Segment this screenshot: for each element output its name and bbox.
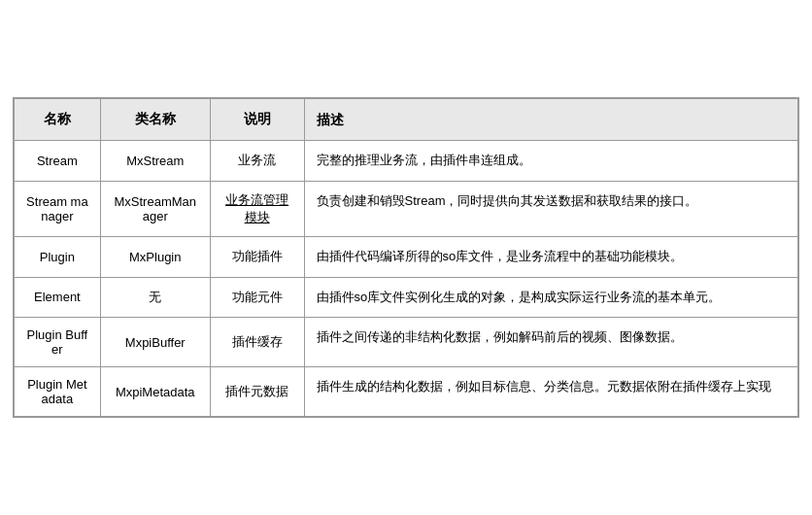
cell-detail: 由插件so库文件实例化生成的对象，是构成实际运行业务流的基本单元。 — [304, 277, 797, 318]
cell-detail: 由插件代码编译所得的so库文件，是业务流程中的基础功能模块。 — [304, 236, 797, 277]
cell-detail: 完整的推理业务流，由插件串连组成。 — [304, 141, 797, 182]
cell-desc: 插件缓存 — [210, 318, 304, 367]
table-row: Plugin BufferMxpiBuffer插件缓存插件之间传递的非结构化数据… — [15, 318, 798, 367]
cell-desc: 业务流 — [210, 141, 304, 182]
cell-name: Element — [15, 277, 101, 318]
table-row: Plugin MetadataMxpiMetadata插件元数据插件生成的结构化… — [15, 367, 798, 417]
cell-desc: 功能插件 — [210, 236, 304, 277]
cell-classname: MxpiBuffer — [100, 318, 210, 367]
header-name: 名称 — [15, 98, 101, 140]
cell-desc: 插件元数据 — [210, 367, 304, 417]
table-row: PluginMxPlugin功能插件由插件代码编译所得的so库文件，是业务流程中… — [15, 236, 798, 277]
cell-detail: 负责创建和销毁Stream，同时提供向其发送数据和获取结果的接口。 — [304, 181, 797, 236]
cell-desc: 功能元件 — [210, 277, 304, 318]
cell-classname: 无 — [100, 277, 210, 318]
table-row: Element无功能元件由插件so库文件实例化生成的对象，是构成实际运行业务流的… — [15, 277, 798, 318]
table-row: Stream managerMxStreamManager业务流管理模块负责创建… — [15, 181, 798, 236]
cell-name: Plugin — [15, 236, 101, 277]
main-table-container: 名称 类名称 说明 描述 StreamMxStream业务流完整的推理业务流，由… — [13, 97, 799, 419]
cell-detail: 插件生成的结构化数据，例如目标信息、分类信息。元数据依附在插件缓存上实现 — [304, 367, 797, 417]
header-detail: 描述 — [304, 98, 797, 140]
cell-classname: MxStreamManager — [100, 181, 210, 236]
table-header-row: 名称 类名称 说明 描述 — [15, 98, 798, 140]
cell-name: Stream — [15, 141, 101, 182]
cell-name: Plugin Metadata — [15, 367, 101, 417]
table-row: StreamMxStream业务流完整的推理业务流，由插件串连组成。 — [15, 141, 798, 182]
cell-desc: 业务流管理模块 — [210, 181, 304, 236]
cell-name: Stream manager — [15, 181, 101, 236]
header-desc: 说明 — [210, 98, 304, 140]
cell-classname: MxStream — [100, 141, 210, 182]
header-classname: 类名称 — [100, 98, 210, 140]
cell-detail: 插件之间传递的非结构化数据，例如解码前后的视频、图像数据。 — [304, 318, 797, 367]
data-table: 名称 类名称 说明 描述 StreamMxStream业务流完整的推理业务流，由… — [14, 98, 798, 418]
cell-classname: MxpiMetadata — [100, 367, 210, 417]
cell-classname: MxPlugin — [100, 236, 210, 277]
cell-name: Plugin Buffer — [15, 318, 101, 367]
